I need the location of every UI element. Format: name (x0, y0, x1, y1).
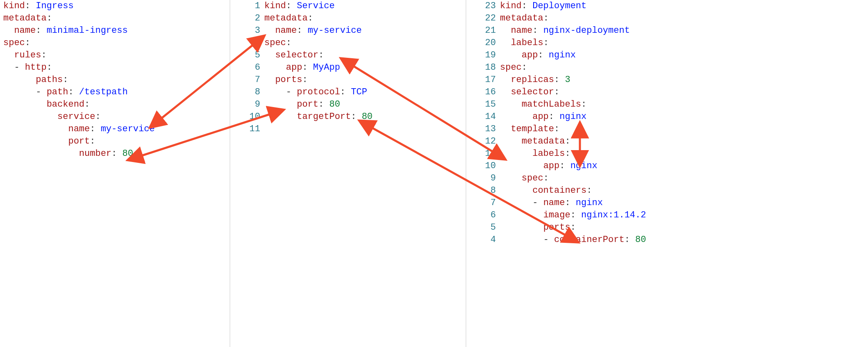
code-text: labels: (500, 37, 868, 49)
token-plain: : (554, 75, 565, 85)
token-val: nginx (559, 112, 586, 122)
token-plain: : (302, 75, 307, 85)
token-plain: : (308, 13, 313, 23)
token-plain: : (554, 87, 559, 97)
token-num: 80 (362, 112, 373, 122)
token-key: ports (275, 75, 302, 85)
token-plain (500, 235, 543, 245)
code-text: spec: (500, 62, 868, 74)
token-key: backend (47, 99, 84, 110)
token-val: nginx (549, 50, 576, 60)
code-text: name: minimal-ingress (0, 25, 229, 37)
token-plain: : (63, 75, 68, 85)
line-number: 7 (467, 197, 500, 209)
token-plain: : (47, 62, 52, 73)
token-key: app (543, 161, 560, 171)
code-line: 22metadata: (467, 12, 868, 25)
token-num: 80 (635, 235, 646, 245)
token-key: number (79, 148, 111, 159)
line-number: 14 (467, 111, 500, 123)
token-plain (500, 75, 511, 85)
token-key: spec (500, 62, 522, 73)
token-plain (500, 185, 532, 196)
token-plain (3, 148, 79, 159)
code-text: port: (0, 135, 229, 148)
token-plain: : (68, 87, 79, 97)
pane-service: 1kind: Service2metadata:3 name: my-servi… (232, 0, 465, 135)
token-key: kind (500, 1, 522, 11)
line-number: 5 (232, 49, 264, 62)
token-plain (500, 124, 511, 134)
code-line: spec: (0, 37, 229, 49)
line-number: 6 (467, 209, 500, 221)
line-number: 16 (467, 86, 500, 98)
token-key: rules (14, 50, 41, 60)
line-number: 22 (467, 12, 500, 25)
code-line: 2metadata: (232, 12, 465, 25)
token-key: spec (264, 38, 286, 48)
code-text: metadata: (500, 135, 868, 148)
token-plain: : (318, 50, 324, 60)
token-plain (500, 136, 522, 146)
code-line: 16 selector: (467, 86, 868, 98)
code-text: service: (0, 111, 229, 123)
token-key: name (511, 25, 532, 36)
code-text: spec: (0, 37, 229, 49)
token-val: my-service (101, 124, 155, 134)
line-number: 18 (467, 62, 500, 74)
token-val: TCP (351, 87, 367, 97)
token-plain: : (625, 235, 635, 245)
code-line: metadata: (0, 12, 229, 25)
code-line: 10 targetPort: 80 (232, 111, 465, 123)
token-num: 3 (565, 75, 570, 85)
token-key: selector (511, 87, 554, 97)
token-plain: : (340, 87, 351, 97)
line-number: 2 (232, 12, 264, 25)
token-key: metadata (3, 13, 47, 23)
code-line: 1kind: Service (232, 0, 465, 12)
token-key: http (25, 62, 47, 73)
token-key: image (543, 210, 570, 220)
code-line: 5 ports: (467, 221, 868, 234)
code-text: targetPort: 80 (264, 111, 465, 123)
code-text: name: my-service (0, 123, 229, 135)
code-line: rules: (0, 49, 229, 62)
code-text (264, 123, 465, 135)
code-line: 4spec: (232, 37, 465, 49)
token-val: MyApp (313, 62, 340, 73)
code-line: 13 template: (467, 123, 868, 135)
token-key: labels (511, 38, 543, 48)
token-plain (3, 124, 68, 134)
code-line: - http: (0, 62, 229, 74)
code-line: 10 app: nginx (467, 160, 868, 172)
token-key: app (532, 112, 549, 122)
code-line: 3 name: my-service (232, 25, 465, 37)
token-plain: : (554, 124, 559, 134)
code-line: - path: /testpath (0, 86, 229, 98)
line-number: 15 (467, 98, 500, 111)
token-dash: - (14, 62, 25, 73)
code-line: port: (0, 135, 229, 148)
token-plain (500, 99, 522, 110)
token-plain: : (318, 99, 329, 110)
token-key: name (543, 198, 565, 208)
token-plain (500, 38, 511, 48)
token-plain: : (565, 198, 575, 208)
token-plain: : (90, 136, 95, 146)
token-plain (500, 87, 511, 97)
token-num: 80 (329, 99, 340, 110)
token-key: paths (36, 75, 63, 85)
token-plain (500, 198, 532, 208)
code-line: 4 - containerPort: 80 (467, 234, 868, 246)
line-number: 13 (467, 123, 500, 135)
token-plain: : (36, 25, 46, 36)
code-text: - protocol: TCP (264, 86, 465, 98)
token-plain (500, 161, 543, 171)
code-text: - path: /testpath (0, 86, 229, 98)
token-num: 80 (122, 148, 133, 159)
line-number: 1 (232, 0, 264, 12)
code-line: 8 - protocol: TCP (232, 86, 465, 98)
code-text: port: 80 (264, 98, 465, 111)
token-key: protocol (297, 87, 340, 97)
deployment-yaml: 23kind: Deployment22metadata:21 name: ng… (467, 0, 868, 246)
